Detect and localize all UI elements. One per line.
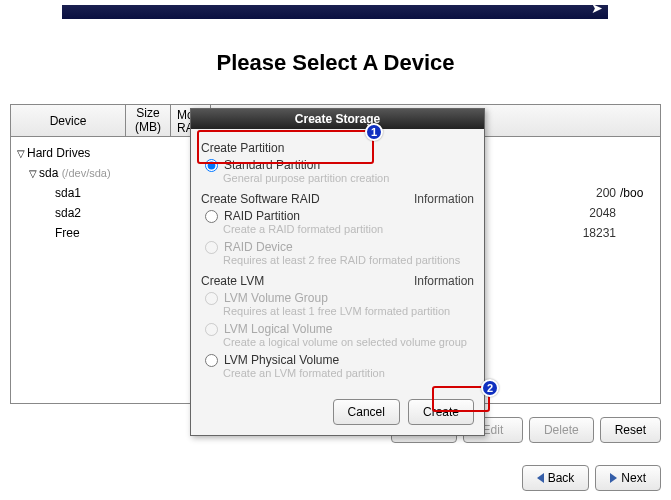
hint-standard: General purpose partition creation	[201, 172, 474, 186]
info-link-raid[interactable]: Information	[414, 192, 474, 206]
expand-icon[interactable]: ▽	[27, 168, 39, 179]
radio-lvm-lv: LVM Logical Volume	[201, 319, 474, 336]
col-device[interactable]: Device	[11, 105, 126, 136]
hint-raid-dev: Requires at least 2 free RAID formated p…	[201, 254, 474, 268]
page-title: Please Select A Device	[0, 50, 671, 76]
wizard-nav: Back Next	[522, 465, 661, 491]
radio-lvm-vg: LVM Volume Group	[201, 288, 474, 305]
radio-raid-device: RAID Device	[201, 237, 474, 254]
delete-button: Delete	[529, 417, 594, 443]
radio-input	[205, 292, 218, 305]
window-bar	[62, 5, 608, 19]
radio-input[interactable]	[205, 210, 218, 223]
expand-icon[interactable]: ▽	[15, 148, 27, 159]
dialog-title: Create Storage	[191, 109, 484, 129]
cancel-button[interactable]: Cancel	[333, 399, 400, 425]
hint-raid-part: Create a RAID formated partition	[201, 223, 474, 237]
radio-input	[205, 241, 218, 254]
reset-button[interactable]: Reset	[600, 417, 661, 443]
page-header: Please Select A Device	[0, 50, 671, 76]
arrow-right-icon	[610, 473, 617, 483]
section-create-partition: Create Partition	[201, 141, 474, 155]
radio-standard-partition[interactable]: Standard Partition	[201, 155, 474, 172]
back-button[interactable]: Back	[522, 465, 590, 491]
next-button[interactable]: Next	[595, 465, 661, 491]
hint-lvm-lv: Create a logical volume on selected volu…	[201, 336, 474, 350]
dialog-create-button[interactable]: Create	[408, 399, 474, 425]
section-create-lvm: Create LVMInformation	[201, 274, 474, 288]
radio-input	[205, 323, 218, 336]
hint-lvm-vg: Requires at least 1 free LVM formated pa…	[201, 305, 474, 319]
radio-raid-partition[interactable]: RAID Partition	[201, 206, 474, 223]
radio-input[interactable]	[205, 354, 218, 367]
section-create-raid: Create Software RAIDInformation	[201, 192, 474, 206]
hint-lvm-pv: Create an LVM formated partition	[201, 367, 474, 381]
radio-input[interactable]	[205, 159, 218, 172]
dialog-actions: Cancel Create	[191, 391, 484, 435]
create-storage-dialog: Create Storage Create Partition Standard…	[190, 108, 485, 436]
col-size[interactable]: Size (MB)	[126, 105, 171, 136]
info-link-lvm[interactable]: Information	[414, 274, 474, 288]
arrow-left-icon	[537, 473, 544, 483]
radio-lvm-pv[interactable]: LVM Physical Volume	[201, 350, 474, 367]
